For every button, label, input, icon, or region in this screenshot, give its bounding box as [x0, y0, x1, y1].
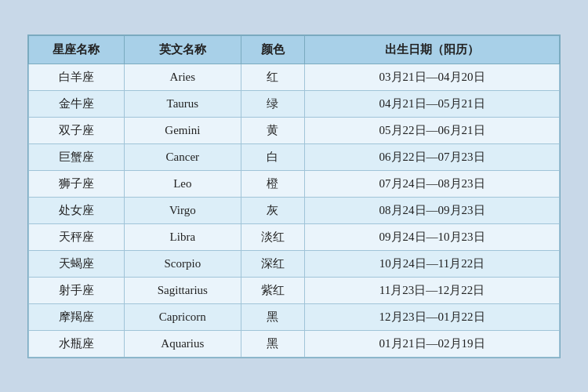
- cell-color: 淡红: [241, 223, 304, 250]
- zodiac-table-container: 星座名称 英文名称 颜色 出生日期（阳历） 白羊座Aries红03月21日—04…: [27, 34, 561, 358]
- cell-zh: 金牛座: [29, 90, 125, 117]
- table-row: 天秤座Libra淡红09月24日—10月23日: [29, 223, 560, 250]
- cell-date: 05月22日—06月21日: [305, 117, 560, 143]
- cell-color: 橙: [241, 170, 304, 197]
- table-row: 射手座Sagittarius紫红11月23日—12月22日: [29, 277, 560, 303]
- cell-zh: 巨蟹座: [29, 143, 125, 170]
- cell-date: 10月24日—11月22日: [305, 250, 560, 277]
- cell-en: Gemini: [124, 117, 241, 143]
- table-row: 巨蟹座Cancer白06月22日—07月23日: [29, 143, 560, 170]
- header-zh: 星座名称: [29, 35, 125, 64]
- cell-color: 灰: [241, 197, 304, 223]
- cell-en: Virgo: [124, 197, 241, 223]
- cell-date: 12月23日—01月22日: [305, 303, 560, 330]
- cell-color: 黑: [241, 330, 304, 357]
- table-row: 双子座Gemini黄05月22日—06月21日: [29, 117, 560, 143]
- cell-date: 07月24日—08月23日: [305, 170, 560, 197]
- table-row: 金牛座Taurus绿04月21日—05月21日: [29, 90, 560, 117]
- cell-en: Libra: [124, 223, 241, 250]
- cell-date: 03月21日—04月20日: [305, 64, 560, 90]
- table-row: 狮子座Leo橙07月24日—08月23日: [29, 170, 560, 197]
- cell-zh: 狮子座: [29, 170, 125, 197]
- cell-en: Capricorn: [124, 303, 241, 330]
- cell-date: 04月21日—05月21日: [305, 90, 560, 117]
- table-row: 天蝎座Scorpio深红10月24日—11月22日: [29, 250, 560, 277]
- cell-en: Sagittarius: [124, 277, 241, 303]
- cell-color: 黑: [241, 303, 304, 330]
- table-row: 处女座Virgo灰08月24日—09月23日: [29, 197, 560, 223]
- cell-zh: 摩羯座: [29, 303, 125, 330]
- cell-zh: 水瓶座: [29, 330, 125, 357]
- cell-color: 白: [241, 143, 304, 170]
- table-row: 摩羯座Capricorn黑12月23日—01月22日: [29, 303, 560, 330]
- zodiac-table: 星座名称 英文名称 颜色 出生日期（阳历） 白羊座Aries红03月21日—04…: [28, 35, 560, 358]
- cell-date: 06月22日—07月23日: [305, 143, 560, 170]
- cell-date: 08月24日—09月23日: [305, 197, 560, 223]
- cell-zh: 射手座: [29, 277, 125, 303]
- table-row: 水瓶座Aquarius黑01月21日—02月19日: [29, 330, 560, 357]
- cell-color: 黄: [241, 117, 304, 143]
- table-row: 白羊座Aries红03月21日—04月20日: [29, 64, 560, 90]
- cell-en: Taurus: [124, 90, 241, 117]
- cell-color: 深红: [241, 250, 304, 277]
- header-date: 出生日期（阳历）: [305, 35, 560, 64]
- cell-en: Aries: [124, 64, 241, 90]
- cell-date: 09月24日—10月23日: [305, 223, 560, 250]
- cell-date: 01月21日—02月19日: [305, 330, 560, 357]
- cell-zh: 天秤座: [29, 223, 125, 250]
- cell-color: 绿: [241, 90, 304, 117]
- cell-zh: 天蝎座: [29, 250, 125, 277]
- header-en: 英文名称: [124, 35, 241, 64]
- cell-en: Scorpio: [124, 250, 241, 277]
- cell-date: 11月23日—12月22日: [305, 277, 560, 303]
- table-header-row: 星座名称 英文名称 颜色 出生日期（阳历）: [29, 35, 560, 64]
- cell-zh: 双子座: [29, 117, 125, 143]
- cell-zh: 处女座: [29, 197, 125, 223]
- cell-en: Leo: [124, 170, 241, 197]
- header-color: 颜色: [241, 35, 304, 64]
- cell-color: 紫红: [241, 277, 304, 303]
- cell-en: Aquarius: [124, 330, 241, 357]
- cell-color: 红: [241, 64, 304, 90]
- cell-zh: 白羊座: [29, 64, 125, 90]
- cell-en: Cancer: [124, 143, 241, 170]
